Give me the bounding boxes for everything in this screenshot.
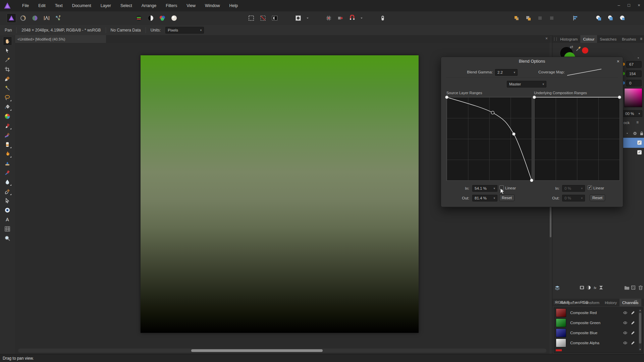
panel-menu-icon[interactable]: ≡ — [640, 37, 642, 41]
colour-mode-dropdown-arrow[interactable] — [636, 56, 641, 60]
alignment-icon[interactable] — [571, 13, 580, 23]
geometry-subtract-icon[interactable] — [606, 13, 615, 23]
snapping-dropdown[interactable] — [359, 13, 364, 23]
channel-visible-icon[interactable] — [623, 330, 628, 335]
red-value-field[interactable]: 67 — [626, 61, 642, 68]
view-tool[interactable] — [3, 37, 12, 46]
auto-colour-icon[interactable] — [158, 13, 167, 23]
scroll-down-icon[interactable]: ▼ — [639, 348, 642, 351]
source-ranges-curve[interactable] — [447, 97, 532, 180]
channels-scrollbar[interactable]: ▲ ▼ — [639, 309, 642, 351]
move-tool[interactable] — [3, 46, 12, 55]
channel-editable-icon[interactable] — [631, 310, 635, 315]
menu-item[interactable]: Help — [225, 0, 243, 11]
quick-mask-icon[interactable] — [293, 13, 303, 23]
node-tool[interactable] — [3, 196, 12, 205]
close-button[interactable]: × — [634, 0, 644, 10]
liquify-persona-icon[interactable] — [18, 13, 28, 23]
selection-brush-tool[interactable] — [3, 74, 12, 83]
lasso-tool[interactable] — [3, 93, 12, 102]
maximize-button[interactable]: □ — [624, 0, 634, 10]
background-layer-visibility-checkbox[interactable] — [637, 150, 642, 155]
colour-picker-icon[interactable] — [575, 46, 581, 52]
horizontal-scrollbar-thumb[interactable] — [191, 349, 323, 352]
underlying-reset-button[interactable]: Reset — [590, 194, 605, 201]
move-to-front-icon[interactable] — [512, 13, 521, 23]
channel-editable-icon[interactable] — [631, 320, 635, 325]
snapping-magnet-icon[interactable] — [347, 13, 357, 23]
menu-item[interactable]: Edit — [34, 0, 50, 11]
panel-tab[interactable]: History — [602, 299, 620, 306]
panel-tab[interactable]: Swatches — [597, 35, 619, 43]
menu-item[interactable]: View — [182, 0, 200, 11]
menu-item[interactable]: Select — [116, 0, 137, 11]
tone-mapping-persona-icon[interactable] — [42, 13, 51, 23]
back-one-icon[interactable] — [547, 13, 556, 23]
forward-one-icon[interactable] — [535, 13, 545, 23]
tab-close-icon[interactable]: × — [545, 36, 548, 41]
document-tab[interactable]: <Untitled> [Modified] (40.5%) — [15, 35, 106, 43]
add-mask-icon[interactable] — [579, 285, 585, 290]
channel-visible-icon[interactable] — [623, 320, 628, 325]
channel-row[interactable]: Composite Green — [554, 318, 643, 328]
add-adjustment-icon[interactable] — [586, 285, 591, 290]
menu-item[interactable]: Window — [200, 0, 224, 11]
layer-select-dropdown[interactable]: Master — [507, 81, 546, 87]
move-by-whole-pixels-icon[interactable] — [336, 13, 345, 23]
layer-lock-icon[interactable] — [639, 131, 644, 136]
flood-select-tool[interactable] — [3, 83, 12, 93]
auto-contrast-icon[interactable] — [146, 13, 155, 23]
blue-value-field[interactable]: 0 — [626, 80, 642, 86]
mesh-warp-tool[interactable] — [3, 224, 12, 233]
picked-colour-swatch[interactable] — [582, 47, 588, 54]
move-to-back-icon[interactable] — [524, 13, 533, 23]
underlying-ranges-curve[interactable] — [534, 97, 620, 180]
source-in-dropdown[interactable]: 54.1 % — [472, 185, 497, 192]
geometry-add-icon[interactable] — [594, 13, 603, 23]
group-layers-icon[interactable] — [624, 285, 630, 291]
menu-item[interactable]: Layer — [96, 0, 116, 11]
clone-brush-tool[interactable] — [3, 159, 12, 168]
channels-reset-icon[interactable] — [633, 300, 638, 305]
selected-layer-row-fragment[interactable] — [623, 138, 644, 148]
mask-view-icon[interactable] — [270, 13, 279, 23]
underlying-ranges-graph[interactable] — [534, 97, 620, 181]
channel-editable-icon[interactable] — [631, 330, 635, 335]
marquee-toggle-icon[interactable] — [247, 13, 256, 23]
colour-replacement-brush-tool[interactable] — [3, 130, 12, 139]
blur-brush-tool[interactable] — [3, 177, 12, 186]
live-filter-icon[interactable] — [598, 285, 604, 290]
underlying-in-dropdown[interactable]: 0 % — [562, 185, 585, 192]
minimize-button[interactable]: – — [614, 0, 624, 10]
panel-tab[interactable]: Colour — [580, 35, 597, 43]
crop-tool[interactable] — [3, 65, 12, 74]
colour-box-fragment[interactable] — [624, 88, 642, 107]
document-canvas[interactable] — [141, 55, 419, 333]
flood-fill-tool[interactable] — [3, 102, 12, 111]
erase-brush-tool[interactable] — [3, 140, 12, 149]
layer-effects-icon[interactable] — [592, 285, 598, 290]
source-out-dropdown[interactable]: 81.4 % — [472, 195, 497, 201]
menu-item[interactable]: Filters — [161, 0, 182, 11]
stock-tab-fragment[interactable]: ock — [624, 121, 630, 125]
auto-white-balance-icon[interactable] — [169, 13, 179, 23]
layer-visibility-checkbox[interactable] — [637, 140, 642, 145]
panel-drag-handle[interactable] — [554, 37, 557, 41]
channels-scrollbar-thumb[interactable] — [639, 313, 641, 344]
colour-picker-tool[interactable] — [3, 55, 12, 64]
layers-stack-icon[interactable] — [554, 285, 560, 291]
export-persona-icon[interactable] — [54, 13, 63, 23]
auto-levels-icon[interactable] — [134, 13, 144, 23]
units-dropdown[interactable]: Pixels — [165, 27, 204, 34]
panel-tab[interactable]: Histogram — [557, 35, 580, 43]
source-reset-button[interactable]: Reset — [499, 194, 515, 201]
assistant-icon[interactable] — [378, 13, 387, 23]
quick-mask-dropdown[interactable] — [305, 13, 310, 23]
layer-settings-gear-icon[interactable] — [632, 131, 638, 136]
swap-colours-icon[interactable]: ⇄ — [570, 45, 573, 49]
horizontal-scrollbar[interactable] — [18, 349, 546, 353]
green-value-field[interactable]: 154 — [626, 70, 642, 77]
panel-tab[interactable]: Brushes — [619, 35, 639, 43]
source-ranges-graph[interactable] — [446, 97, 532, 181]
underlying-linear-checkbox[interactable] — [588, 185, 592, 190]
